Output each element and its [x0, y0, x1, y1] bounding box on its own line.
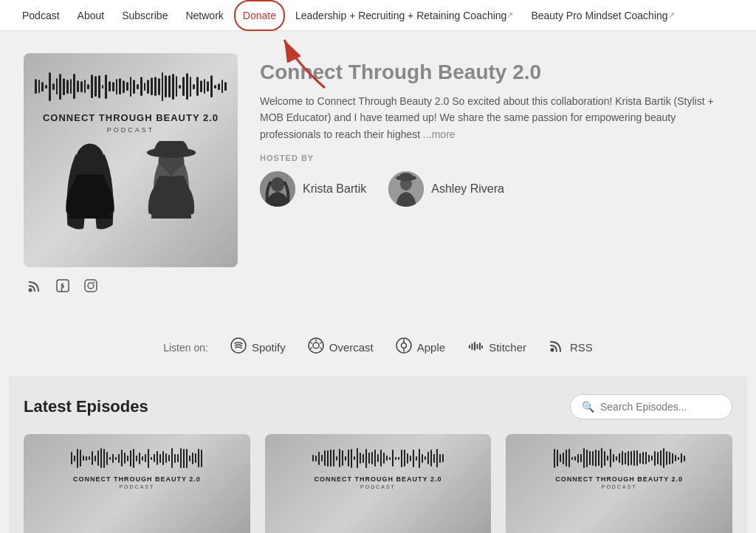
social-facebook-icon[interactable]	[55, 278, 70, 297]
search-episodes-container: 🔍	[570, 394, 732, 419]
nav-item-coaching1[interactable]: Leadership + Recruiting + Retaining Coac…	[288, 0, 520, 31]
stitcher-icon	[467, 337, 484, 357]
main-content: // Generate waveform bars inline via JS …	[9, 31, 747, 533]
host-ashley-rivera: Ashley Rivera	[388, 171, 504, 207]
hosted-by-label: HOSTED BY	[260, 154, 732, 162]
card-subtitle-2: PODCAST	[360, 484, 396, 489]
nav-item-subscribe[interactable]: Subscribe	[114, 0, 175, 31]
person-right	[123, 141, 219, 244]
episodes-header: Latest Episodes 🔍	[24, 394, 732, 419]
podcast-info: Connect Through Beauty 2.0 Welcome to Co…	[260, 53, 732, 297]
podcast-hero: // Generate waveform bars inline via JS …	[24, 53, 732, 297]
platform-rss[interactable]: RSS	[549, 337, 593, 357]
hosts-container: Krista Bartik Ashley Rivera	[260, 171, 732, 207]
ashley-avatar-image	[388, 171, 424, 207]
card-waveform-3	[513, 445, 725, 471]
podcast-description: Welcome to Connect Through Beauty 2.0 So…	[260, 93, 732, 142]
card-title-3: CONNECT THROUGH BEAUTY 2.0	[555, 475, 683, 483]
overcast-label: Overcast	[329, 341, 374, 354]
rss-platform-icon	[549, 337, 565, 357]
overcast-icon	[308, 337, 324, 357]
nav-item-network[interactable]: Network	[178, 0, 230, 31]
host-ashley-name: Ashley Rivera	[431, 182, 504, 196]
listen-on-bar: Listen on: Spotify	[24, 319, 732, 376]
social-rss-icon[interactable]	[27, 278, 42, 297]
cover-subtitle: PODCAST	[43, 126, 219, 134]
person-right-silhouette	[123, 141, 219, 244]
stitcher-label: Stitcher	[489, 341, 526, 354]
card-title-1: CONNECT THROUGH BEAUTY 2.0	[73, 475, 201, 483]
svg-point-10	[271, 177, 284, 192]
listen-on-label: Listen on:	[163, 342, 208, 354]
card-title-2: CONNECT THROUGH BEAUTY 2.0	[315, 475, 442, 483]
host-krista-avatar	[260, 171, 295, 207]
svg-point-8	[94, 282, 95, 283]
rss-icon	[27, 278, 42, 293]
search-episodes-input[interactable]	[600, 401, 721, 413]
host-krista-bartik: Krista Bartik	[260, 171, 366, 207]
social-icons	[24, 278, 238, 297]
nav-item-about[interactable]: About	[70, 0, 112, 31]
svg-rect-19	[469, 345, 470, 348]
main-navigation: Podcast About Subscribe Network Donate L…	[0, 0, 756, 31]
host-ashley-avatar	[388, 171, 424, 207]
nav-item-coaching2[interactable]: Beauty Pro Mindset Coaching	[523, 0, 681, 31]
facebook-icon	[55, 278, 70, 293]
cover-image: // Generate waveform bars inline via JS …	[24, 53, 238, 267]
platform-spotify[interactable]: Spotify	[230, 337, 286, 357]
svg-rect-22	[477, 344, 478, 349]
card-subtitle-3: PODCAST	[602, 484, 637, 489]
card-waveform-2	[272, 445, 484, 471]
nav-item-podcast[interactable]: Podcast	[15, 0, 67, 31]
rss-label: RSS	[570, 341, 593, 354]
svg-point-16	[313, 343, 319, 348]
episode-card-2[interactable]: CONNECT THROUGH BEAUTY 2.0 PODCAST	[265, 434, 492, 533]
svg-point-25	[550, 348, 554, 352]
spotify-label: Spotify	[252, 341, 286, 354]
cover-title: CONNECT THROUGH BEAUTY 2.0 PODCAST	[43, 112, 219, 134]
episode-card-1[interactable]: CONNECT THROUGH BEAUTY 2.0 PODCAST	[24, 434, 250, 533]
cover-main-title: CONNECT THROUGH BEAUTY 2.0	[43, 112, 219, 125]
svg-rect-6	[85, 280, 97, 292]
cover-photos	[35, 141, 227, 244]
nav-item-donate[interactable]: Donate	[234, 0, 285, 31]
card-waveform-1	[31, 445, 243, 471]
svg-point-7	[88, 283, 94, 289]
svg-rect-21	[474, 342, 475, 351]
spotify-icon	[230, 337, 247, 357]
podcast-cover-art: // Generate waveform bars inline via JS …	[24, 53, 238, 297]
apple-label: Apple	[417, 341, 445, 354]
svg-point-14	[231, 338, 246, 353]
svg-rect-23	[479, 343, 481, 350]
more-link[interactable]: ...more	[423, 128, 456, 140]
platform-stitcher[interactable]: Stitcher	[467, 337, 526, 357]
svg-rect-20	[472, 343, 473, 350]
episode-card-3[interactable]: CONNECT THROUGH BEAUTY 2.0 PODCAST	[506, 434, 732, 533]
episodes-title: Latest Episodes	[24, 397, 148, 416]
platform-apple[interactable]: Apple	[396, 337, 445, 357]
svg-rect-24	[481, 345, 483, 348]
podcast-title: Connect Through Beauty 2.0	[260, 61, 732, 84]
apple-podcasts-icon	[396, 337, 412, 357]
svg-point-4	[29, 289, 32, 292]
episodes-section: Latest Episodes 🔍 CONNECT THROUGH BEAUTY…	[9, 376, 747, 533]
host-krista-name: Krista Bartik	[303, 182, 366, 196]
cover-waveform: // Generate waveform bars inline via JS …	[35, 68, 227, 105]
krista-avatar-image	[260, 171, 295, 207]
instagram-icon	[83, 278, 98, 293]
platform-overcast[interactable]: Overcast	[308, 337, 374, 357]
svg-point-18	[401, 343, 406, 348]
search-icon: 🔍	[582, 401, 594, 413]
episode-cards-grid: CONNECT THROUGH BEAUTY 2.0 PODCAST CONNE…	[24, 434, 732, 533]
card-subtitle-1: PODCAST	[119, 484, 154, 489]
social-instagram-icon[interactable]	[83, 278, 98, 297]
